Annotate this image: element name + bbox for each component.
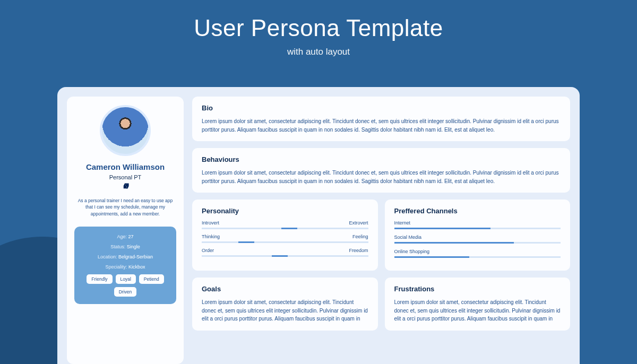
card-body: Lorem ipsum dolor sit amet, consectetur … bbox=[202, 298, 368, 323]
trait-row: ThinkingFeeling bbox=[202, 234, 368, 243]
card-title: Frustrations bbox=[394, 285, 561, 293]
channel-label: Online Shopping bbox=[394, 249, 561, 254]
trait-knob bbox=[272, 255, 288, 257]
detail-age: Age: 27 bbox=[81, 234, 170, 239]
trait-bar bbox=[202, 228, 368, 229]
trait-labels: ThinkingFeeling bbox=[202, 234, 368, 239]
trait-labels: IntrovertExtrovert bbox=[202, 220, 368, 226]
channel-bar bbox=[394, 256, 561, 258]
trait-knob bbox=[281, 228, 297, 229]
trait-bar bbox=[202, 255, 368, 257]
frustrations-card: Frustrations Lorem ipsum dolor sit amet,… bbox=[385, 278, 571, 331]
trait-knob bbox=[238, 241, 254, 243]
channel-label: Social Media bbox=[394, 235, 561, 240]
trait-right: Freedom bbox=[349, 248, 368, 253]
tag: Loyal bbox=[116, 274, 136, 284]
channel-row: Internet bbox=[394, 220, 561, 229]
channel-fill bbox=[394, 256, 469, 258]
channel-bar bbox=[394, 242, 561, 244]
card-title: Bio bbox=[202, 104, 561, 112]
channel-bar bbox=[394, 228, 561, 229]
avatar bbox=[100, 105, 151, 156]
detail-status: Status: Single bbox=[81, 244, 170, 249]
card-title: Behaviours bbox=[202, 155, 561, 163]
quote-icon: ❛❜ bbox=[123, 185, 128, 194]
card-body: Lorem ipsum dolor sit amet, consectetur … bbox=[394, 298, 561, 323]
channel-fill bbox=[394, 228, 491, 229]
persona-quote: As a personal trainer I need an easy to … bbox=[74, 197, 176, 217]
detail-location: Location: Belgrad-Serbian bbox=[81, 254, 170, 259]
behaviours-card: Behaviours Lorem ipsum dolor sit amet, c… bbox=[192, 148, 570, 193]
personality-card: Personality IntrovertExtrovertThinkingFe… bbox=[192, 200, 378, 271]
bio-card: Bio Lorem ipsum dolor sit amet, consecte… bbox=[192, 97, 570, 141]
trait-row: IntrovertExtrovert bbox=[202, 220, 368, 229]
page-title: User Persona Template bbox=[0, 15, 637, 41]
trait-left: Order bbox=[202, 248, 214, 253]
card-body: Lorem ipsum dolor sit amet, consectetur … bbox=[202, 117, 561, 134]
trait-right: Feeling bbox=[352, 234, 368, 239]
trait-row: OrderFreedom bbox=[202, 248, 368, 257]
persona-role: Personal PT bbox=[109, 174, 142, 180]
tag-list: Friendly Loyal Petiend Driven bbox=[81, 274, 170, 297]
persona-name: Cameron Williamson bbox=[86, 162, 165, 171]
trait-left: Introvert bbox=[202, 220, 219, 226]
card-title: Preffered Channels bbox=[394, 207, 561, 215]
trait-left: Thinking bbox=[202, 234, 220, 239]
card-title: Personality bbox=[202, 207, 368, 215]
channel-fill bbox=[394, 242, 514, 244]
channels-card: Preffered Channels InternetSocial MediaO… bbox=[385, 200, 571, 271]
details-card: Age: 27 Status: Single Location: Belgrad… bbox=[74, 227, 176, 304]
card-title: Goals bbox=[202, 285, 368, 293]
page-header: User Persona Template with auto layout bbox=[0, 0, 637, 57]
channel-label: Internet bbox=[394, 220, 561, 226]
trait-right: Extrovert bbox=[349, 220, 368, 226]
main-column: Bio Lorem ipsum dolor sit amet, consecte… bbox=[192, 97, 570, 364]
detail-speciality: Speciality: Kickbox bbox=[81, 264, 170, 270]
goals-card: Goals Lorem ipsum dolor sit amet, consec… bbox=[192, 278, 378, 331]
channel-row: Online Shopping bbox=[394, 249, 561, 258]
row-personality-channels: Personality IntrovertExtrovertThinkingFe… bbox=[192, 200, 570, 271]
persona-sidebar: Cameron Williamson Personal PT ❛❜ As a p… bbox=[67, 97, 184, 364]
trait-bar bbox=[202, 241, 368, 243]
trait-labels: OrderFreedom bbox=[202, 248, 368, 253]
tag: Driven bbox=[114, 287, 137, 297]
tag: Petiend bbox=[139, 274, 164, 284]
tag: Friendly bbox=[87, 274, 112, 284]
page-subtitle: with auto layout bbox=[0, 47, 637, 57]
channel-row: Social Media bbox=[394, 235, 561, 244]
card-body: Lorem ipsum dolor sit amet, consectetur … bbox=[202, 169, 561, 185]
row-goals-frustrations: Goals Lorem ipsum dolor sit amet, consec… bbox=[192, 278, 570, 331]
persona-board: Cameron Williamson Personal PT ❛❜ As a p… bbox=[57, 87, 580, 364]
